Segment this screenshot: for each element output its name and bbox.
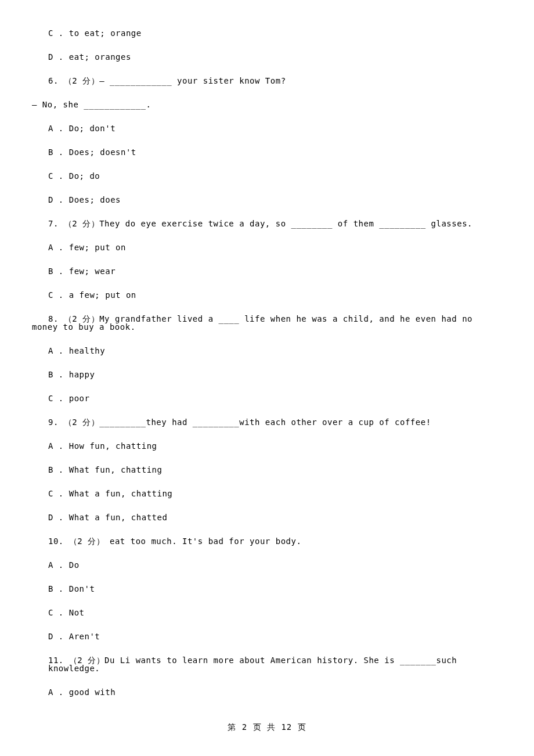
question-10: 10. （2 分） eat too much. It's bad for you… bbox=[32, 537, 502, 545]
question-6-continuation: — No, she ____________. bbox=[32, 100, 502, 109]
question-11: 11. （2 分）Du Li wants to learn more about… bbox=[32, 656, 502, 672]
page-content: C . to eat; orange D . eat; oranges 6. （… bbox=[0, 0, 534, 696]
option-d: D . Does; does bbox=[32, 196, 502, 204]
option-b: B . Does; doesn't bbox=[32, 148, 502, 156]
option-a: A . few; put on bbox=[32, 243, 502, 251]
page-footer: 第 2 页 共 12 页 bbox=[0, 722, 534, 733]
question-9: 9. （2 分）_________they had _________with … bbox=[32, 418, 502, 426]
question-6: 6. （2 分）— ____________ your sister know … bbox=[32, 77, 502, 85]
option-d: D . What a fun, chatted bbox=[32, 513, 502, 521]
option-b: B . few; wear bbox=[32, 267, 502, 275]
option-c: C . Do; do bbox=[32, 172, 502, 180]
option-a: A . Do bbox=[32, 561, 502, 569]
option-c: C . a few; put on bbox=[32, 291, 502, 299]
option-a: A . good with bbox=[32, 688, 502, 696]
option-a: A . Do; don't bbox=[32, 124, 502, 132]
question-7: 7. （2 分）They do eye exercise twice a day… bbox=[32, 219, 502, 228]
option-c: C . poor bbox=[32, 394, 502, 402]
option-d: D . eat; oranges bbox=[32, 53, 502, 61]
option-b: B . happy bbox=[32, 370, 502, 379]
option-c: C . Not bbox=[32, 609, 502, 617]
option-c: C . to eat; orange bbox=[32, 29, 502, 37]
option-b: B . Don't bbox=[32, 585, 502, 593]
option-c: C . What a fun, chatting bbox=[32, 489, 502, 498]
question-8: 8. （2 分）My grandfather lived a ____ life… bbox=[32, 315, 502, 331]
option-d: D . Aren't bbox=[32, 632, 502, 640]
option-b: B . What fun, chatting bbox=[32, 466, 502, 474]
option-a: A . How fun, chatting bbox=[32, 442, 502, 450]
option-a: A . healthy bbox=[32, 347, 502, 355]
